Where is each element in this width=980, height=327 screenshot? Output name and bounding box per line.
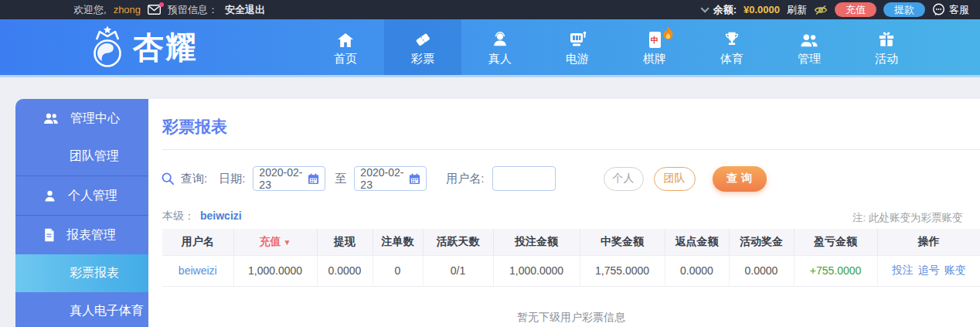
date-from-value: 2020-02-23 (259, 166, 308, 191)
report-icon (43, 228, 55, 242)
action-chase-link[interactable]: 追号 (918, 264, 940, 276)
nav-item-label: 首页 (334, 52, 357, 66)
home-icon (337, 32, 354, 48)
sidebar-item-label: 管理中心 (70, 111, 120, 127)
query-label: 查询: (181, 172, 207, 186)
sidebar-item-live-esports[interactable]: 真人电子体育 (15, 292, 148, 327)
col-active-days: 活跃天数 (423, 229, 493, 255)
nav-item-label: 体育 (720, 52, 744, 66)
envelope-icon (148, 5, 161, 15)
current-username: zhong (114, 4, 141, 15)
table-row: beiweizi 1,000.0000 0.0000 0 0/1 1,000.0… (162, 255, 980, 286)
col-orders: 注单数 (373, 229, 423, 255)
mahjong-tile-icon: 中 (649, 32, 661, 48)
current-level-row: 本级：beiwcizi (162, 209, 242, 223)
empty-table-message: 暂无下级用户彩票信息 (162, 311, 980, 325)
reserved-info-label: 预留信息： (168, 3, 218, 17)
row-activity-bonus: 0.0000 (729, 255, 794, 286)
top-bar: 欢迎您, zhong 预留信息： 安全退出 余额: ¥0.0000 刷新 充值 … (0, 0, 980, 19)
level-username-link[interactable]: beiwcizi (200, 209, 242, 222)
customer-service-button[interactable]: 客服 (932, 3, 969, 17)
sort-desc-icon: ▼ (284, 238, 291, 247)
username-input[interactable] (492, 166, 556, 191)
col-rebate-amount: 返点金额 (665, 229, 729, 255)
row-orders: 0 (373, 255, 423, 286)
logout-link[interactable]: 安全退出 (225, 3, 265, 17)
withdraw-button[interactable]: 提款 (883, 2, 925, 17)
chevron-down-icon[interactable] (700, 4, 709, 12)
chat-bubble-icon (932, 3, 945, 16)
eye-off-icon[interactable] (814, 5, 828, 15)
person-icon (43, 189, 56, 203)
sidebar-item-report-management[interactable]: 报表管理 (15, 216, 148, 254)
col-bet-amount: 投注金额 (493, 229, 580, 255)
col-actions: 操作 (877, 229, 980, 255)
nav-item-boardgames[interactable]: 中 棋牌 (616, 19, 693, 75)
notification-dot (159, 2, 164, 7)
query-button[interactable]: 查询 (713, 166, 767, 192)
col-username: 用户名 (162, 229, 233, 255)
date-from-input[interactable]: 2020-02-23 (253, 166, 325, 191)
nav-item-lottery[interactable]: 彩票 (384, 19, 461, 75)
nav-menu: 首页 彩票 真人 电游 (307, 19, 925, 75)
to-label: 至 (335, 172, 346, 186)
date-to-input[interactable]: 2020-02-23 (354, 166, 427, 191)
personal-filter-button[interactable]: 个人 (604, 167, 644, 191)
action-bet-link[interactable]: 投注 (892, 264, 914, 276)
nav-item-egames[interactable]: 电游 (539, 19, 616, 75)
divider (162, 149, 980, 150)
sidebar-item-lottery-report[interactable]: 彩票报表 (15, 254, 148, 292)
sidebar-item-label: 彩票报表 (70, 265, 119, 281)
row-bet-amount: 1,000.0000 (493, 255, 580, 286)
nav-item-manage[interactable]: 管理 (771, 19, 848, 75)
row-active-days: 0/1 (423, 255, 493, 286)
welcome-text: 欢迎您, (73, 3, 107, 17)
sidebar-item-label: 报表管理 (66, 227, 116, 244)
sidebar-item-team-management[interactable]: 团队管理 (15, 138, 148, 175)
sidebar-item-label: 真人电子体育 (70, 303, 144, 319)
brand-name: 杏耀 (133, 26, 198, 69)
lottery-report-table: 用户名 充值▼ 提现 注单数 活跃天数 投注金额 中奖金额 返点金额 活动奖金 … (162, 229, 980, 287)
sidebar: 管理中心 团队管理 个人管理 报表管理 彩票报表 真人电子体育 (15, 99, 148, 327)
users-icon (800, 32, 818, 48)
nav-item-label: 真人 (488, 52, 512, 66)
nav-item-sports[interactable]: 体育 (693, 19, 771, 75)
refresh-balance-link[interactable]: 刷新 (787, 3, 807, 17)
search-toolbar: 查询: 日期: 2020-02-23 至 2020-02-23 用户名: 个人 … (161, 165, 767, 192)
row-recharge: 1,000.0000 (233, 255, 317, 286)
calendar-icon (308, 173, 319, 185)
col-activity-bonus: 活动奖金 (729, 229, 794, 255)
row-rebate-amount: 0.0000 (665, 255, 729, 286)
col-win-amount: 中奖金额 (580, 229, 665, 255)
balance-value: ¥0.0000 (744, 4, 780, 15)
account-note: 注: 此处账变为彩票账变 (852, 211, 963, 225)
nav-item-live[interactable]: 真人 (461, 19, 539, 75)
nav-item-home[interactable]: 首页 (307, 19, 384, 75)
table-header-row: 用户名 充值▼ 提现 注单数 活跃天数 投注金额 中奖金额 返点金额 活动奖金 … (162, 229, 980, 255)
mail-button[interactable] (148, 5, 161, 15)
col-profit: 盈亏金额 (794, 229, 877, 255)
row-username-link[interactable]: beiweizi (179, 264, 217, 277)
balance-label: 余额: (713, 3, 737, 17)
recharge-button[interactable]: 充值 (835, 2, 876, 17)
gift-icon (878, 31, 895, 48)
calendar-icon (409, 173, 420, 185)
sidebar-item-personal-management[interactable]: 个人管理 (15, 176, 148, 215)
col-withdraw: 提现 (317, 229, 373, 255)
sidebar-item-management-center[interactable]: 管理中心 (15, 99, 148, 138)
ticket-icon (413, 31, 432, 48)
action-account-change-link[interactable]: 账变 (944, 264, 966, 276)
brand-logo[interactable]: 杏耀 (87, 25, 198, 70)
customer-service-label: 客服 (949, 3, 969, 17)
row-withdraw: 0.0000 (317, 255, 373, 286)
crown-emblem-icon (87, 25, 128, 70)
nav-item-activity[interactable]: 活动 (848, 19, 925, 75)
date-label: 日期: (219, 172, 245, 186)
live-person-icon (492, 31, 509, 48)
sidebar-item-label: 个人管理 (68, 188, 117, 204)
search-icon (161, 172, 175, 186)
col-recharge-sortable[interactable]: 充值▼ (233, 229, 317, 255)
trophy-icon (723, 31, 740, 48)
level-label: 本级： (162, 209, 195, 222)
team-filter-button[interactable]: 团队 (654, 167, 696, 191)
